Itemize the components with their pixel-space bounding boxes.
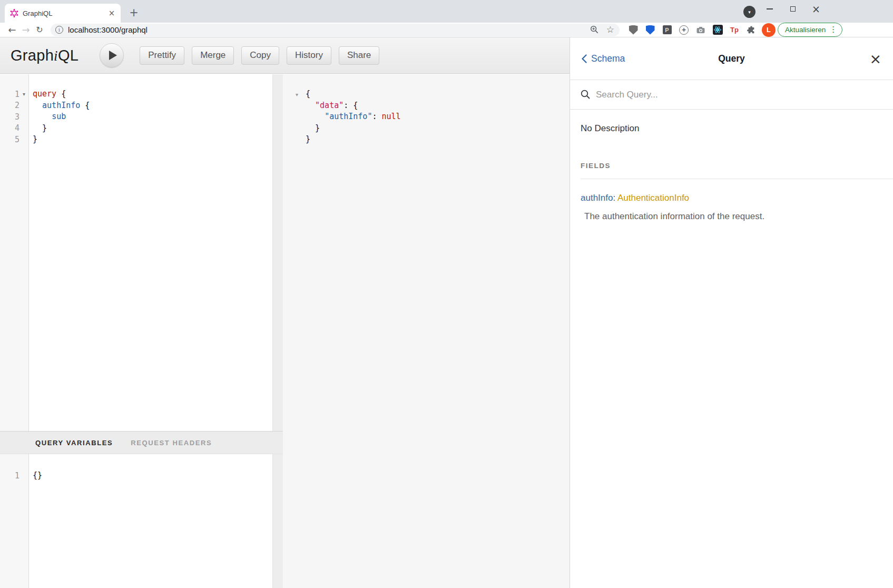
field-description: The authentication information of the re… xyxy=(581,211,882,222)
response-json: ▾ { "data": { "authInfo": null } } xyxy=(283,74,570,145)
extensions-puzzle-icon[interactable] xyxy=(746,25,757,35)
screenshot-extension-icon[interactable] xyxy=(695,25,706,35)
graphiql-app: GraphiQL Prettify Merge Copy History Sha… xyxy=(0,37,893,588)
react-icon xyxy=(713,25,723,35)
merge-button[interactable]: Merge xyxy=(192,46,234,65)
tab-query-variables[interactable]: QUERY VARIABLES xyxy=(35,439,113,447)
doc-back-link[interactable]: Schema xyxy=(582,53,718,64)
editor-gutter: 1▾ 2 3 4 5 xyxy=(0,74,29,431)
address-bar[interactable]: i ☆ xyxy=(51,24,620,36)
graphiql-toolbar: GraphiQL Prettify Merge Copy History Sha… xyxy=(0,37,570,74)
copy-button[interactable]: Copy xyxy=(241,46,279,65)
bookmark-star-icon[interactable]: ☆ xyxy=(606,25,614,34)
response-pane[interactable]: ▾ { "data": { "authInfo": null } } xyxy=(283,74,570,588)
tab-search-icon[interactable]: ▾ xyxy=(743,6,755,18)
gray-shield-icon xyxy=(629,25,638,35)
doc-close-icon[interactable]: × xyxy=(869,52,881,66)
picker-extension-icon[interactable]: + xyxy=(679,25,689,35)
url-input[interactable] xyxy=(68,25,586,34)
update-label: Aktualisieren xyxy=(785,26,826,34)
bitwarden-extension-icon[interactable] xyxy=(645,25,655,35)
execute-button[interactable] xyxy=(100,43,124,67)
minimize-button[interactable] xyxy=(762,1,778,17)
result-fold-caret-icon[interactable]: ▾ xyxy=(296,92,298,97)
tab-strip: GraphiQL × + ▾ × xyxy=(0,0,893,23)
puzzle-icon xyxy=(747,25,756,35)
extensions-row: P + Tp xyxy=(628,25,757,35)
fields-divider xyxy=(581,179,893,179)
type-description: No Description xyxy=(581,123,882,134)
tampermonkey-extension-icon[interactable]: Tp xyxy=(729,25,740,35)
doc-back-label: Schema xyxy=(591,53,625,64)
p-extension-icon[interactable]: P xyxy=(662,25,672,35)
share-button[interactable]: Share xyxy=(339,46,379,65)
doc-title: Query xyxy=(718,53,745,64)
query-code: query { authInfo { sub } } xyxy=(33,74,272,145)
window-close-icon: × xyxy=(812,4,820,14)
graphql-favicon-icon xyxy=(10,9,18,17)
browser-window: GraphiQL × + ▾ × ← → ↻ i ☆ xyxy=(0,0,893,588)
update-chrome-button[interactable]: Aktualisieren ⋮ xyxy=(778,23,842,37)
back-icon[interactable]: ← xyxy=(5,25,19,35)
field-name-link[interactable]: authInfo xyxy=(581,193,613,203)
doc-body: No Description FIELDS authInfo: Authenti… xyxy=(570,123,893,222)
graphiql-logo: GraphiQL xyxy=(11,47,78,64)
fields-heading: FIELDS xyxy=(581,162,882,170)
field-row: authInfo: AuthenticationInfo xyxy=(581,193,882,203)
browser-tab[interactable]: GraphiQL × xyxy=(5,4,121,23)
variables-code: {} xyxy=(33,454,272,482)
browser-toolbar: ← → ↻ i ☆ P + xyxy=(0,23,893,37)
doc-search-row xyxy=(570,80,893,110)
new-tab-button[interactable]: + xyxy=(126,5,141,20)
search-icon xyxy=(581,90,591,100)
ublock-extension-icon[interactable] xyxy=(628,25,639,35)
variables-editor[interactable]: 1 {} xyxy=(0,454,272,588)
prettify-button[interactable]: Prettify xyxy=(140,46,184,65)
secondary-editor-tabbar: QUERY VARIABLES REQUEST HEADERS xyxy=(0,431,283,454)
chevron-left-icon xyxy=(582,54,587,63)
doc-explorer-header: Schema Query × xyxy=(570,37,893,80)
react-devtools-extension-icon[interactable] xyxy=(712,25,723,35)
zoom-icon[interactable] xyxy=(590,25,599,34)
fold-caret-icon[interactable]: ▾ xyxy=(19,91,28,97)
field-type-link[interactable]: AuthenticationInfo xyxy=(617,193,689,203)
browser-menu-icon[interactable]: ⋮ xyxy=(829,26,837,34)
blue-shield-icon xyxy=(646,25,655,35)
window-close-button[interactable]: × xyxy=(808,1,824,17)
maximize-icon xyxy=(790,6,796,12)
maximize-button[interactable] xyxy=(785,1,801,17)
camera-icon xyxy=(696,25,705,35)
history-button[interactable]: History xyxy=(287,46,331,65)
minimize-icon xyxy=(767,8,773,9)
reload-icon[interactable]: ↻ xyxy=(33,26,46,34)
tab-request-headers[interactable]: REQUEST HEADERS xyxy=(131,439,212,447)
profile-avatar[interactable]: L xyxy=(762,23,776,37)
tab-close-icon[interactable]: × xyxy=(107,8,116,18)
crosshair-icon: + xyxy=(679,25,689,35)
forward-icon[interactable]: → xyxy=(19,25,33,35)
tab-title: GraphiQL xyxy=(23,9,107,17)
query-editor[interactable]: 1▾ 2 3 4 5 query { authInfo { sub } } xyxy=(0,74,272,431)
play-icon xyxy=(109,51,117,60)
page-info-icon[interactable]: i xyxy=(55,26,63,34)
doc-search-input[interactable] xyxy=(596,90,882,100)
variables-gutter: 1 xyxy=(0,454,29,588)
doc-explorer-panel: Schema Query × No Description FIELDS xyxy=(570,37,893,588)
pane-divider[interactable] xyxy=(272,74,283,588)
